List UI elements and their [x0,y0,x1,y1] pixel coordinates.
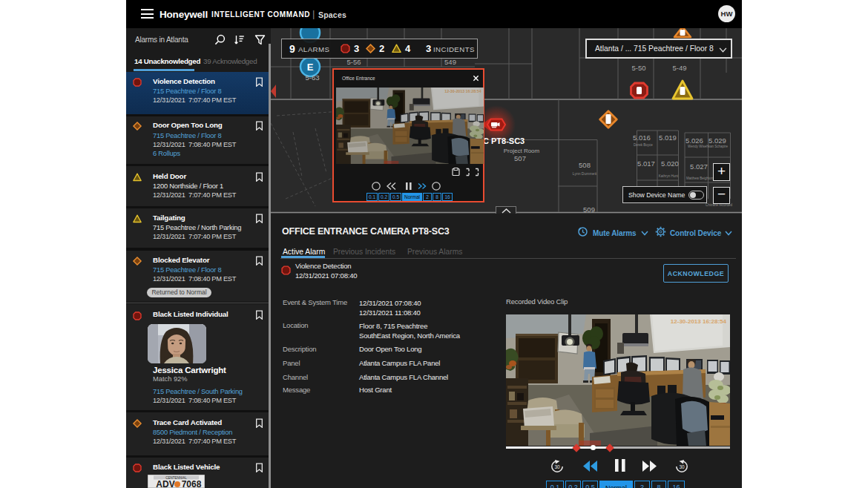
svg-text:Derek Boyce: Derek Boyce [634,143,653,147]
svg-text:Project Room: Project Room [504,148,540,154]
svg-text:549: 549 [444,58,456,66]
svg-text:Matthew Beighton: Matthew Beighton [686,177,714,180]
svg-text:5.020: 5.020 [661,159,679,168]
svg-text:5-50: 5-50 [631,64,645,72]
svg-text:5.016: 5.016 [633,133,651,142]
svg-text:7068: 7068 [182,479,202,488]
svg-text:Lynn Dummett: Lynn Dummett [573,171,597,176]
svg-text:5.026: 5.026 [685,136,703,145]
svg-text:5.017: 5.017 [637,159,655,168]
svg-text:30: 30 [679,464,685,469]
svg-text:509: 509 [583,205,595,214]
svg-text:5-49: 5-49 [672,64,686,72]
svg-text:508: 508 [579,161,591,169]
svg-text:Wendy Wisehkan Schapire: Wendy Wisehkan Schapire [688,145,728,148]
svg-text:5-63: 5-63 [305,73,319,82]
svg-text:Kathryn Hunt: Kathryn Hunt [659,174,679,178]
svg-text:5.019: 5.019 [659,133,677,142]
svg-text:5.027: 5.027 [690,162,708,171]
svg-text:5-56: 5-56 [346,58,361,66]
svg-text:C PT8-SC3: C PT8-SC3 [483,136,525,145]
svg-text:5.029: 5.029 [708,136,726,145]
svg-text:E: E [307,62,314,73]
svg-text:507: 507 [514,154,526,162]
svg-text:ADV: ADV [156,479,174,488]
svg-text:30: 30 [554,464,560,469]
